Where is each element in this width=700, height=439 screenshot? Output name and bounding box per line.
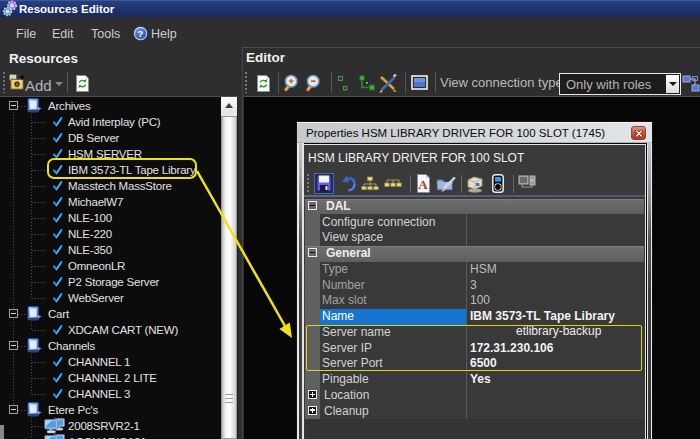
- svg-text:A: A: [418, 177, 428, 192]
- svg-text:?: ?: [138, 28, 144, 39]
